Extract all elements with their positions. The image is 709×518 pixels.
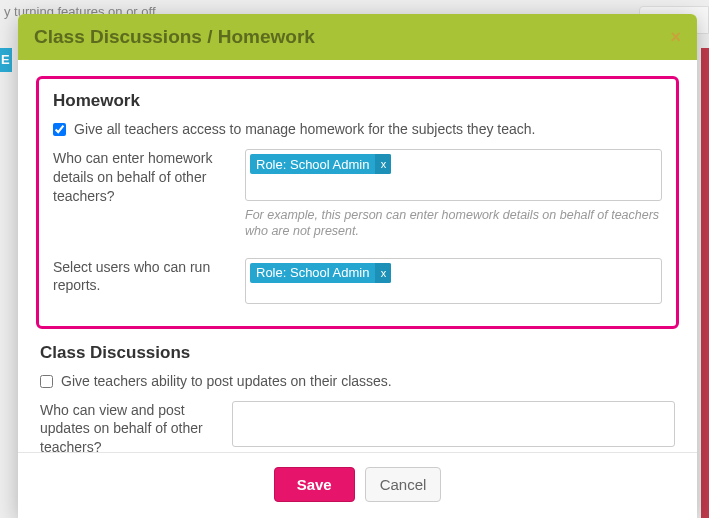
- modal-title: Class Discussions / Homework: [34, 26, 315, 48]
- homework-section-highlight: Homework Give all teachers access to man…: [36, 76, 679, 329]
- discussions-title: Class Discussions: [40, 343, 675, 363]
- homework-enterer-tag: Role: School Admin x: [250, 154, 391, 174]
- save-button[interactable]: Save: [274, 467, 355, 502]
- tag-remove-icon[interactable]: x: [375, 154, 391, 174]
- modal-header: Class Discussions / Homework ×: [18, 14, 697, 60]
- homework-title: Homework: [53, 91, 662, 111]
- homework-reports-label: Select users who can run reports.: [53, 258, 229, 304]
- homework-enterer-row: Who can enter homework details on behalf…: [53, 149, 662, 252]
- discussions-viewpost-input[interactable]: [232, 401, 675, 447]
- homework-enterer-input[interactable]: Role: School Admin x: [245, 149, 662, 201]
- close-icon[interactable]: ×: [670, 27, 681, 48]
- modal-body: Homework Give all teachers access to man…: [18, 60, 697, 452]
- discussions-post-checkbox[interactable]: [40, 375, 53, 388]
- background-red-bar: [701, 48, 709, 518]
- tag-label: Role: School Admin: [256, 157, 369, 172]
- discussions-viewpost-label: Who can view and post updates on behalf …: [40, 401, 216, 453]
- homework-enterer-helper: For example, this person can enter homew…: [245, 207, 662, 240]
- homework-access-checkbox-row[interactable]: Give all teachers access to manage homew…: [53, 121, 662, 137]
- homework-enterer-label: Who can enter homework details on behalf…: [53, 149, 229, 252]
- tag-remove-icon[interactable]: x: [375, 263, 391, 283]
- homework-access-label: Give all teachers access to manage homew…: [74, 121, 535, 137]
- discussions-viewpost-row: Who can view and post updates on behalf …: [40, 401, 675, 453]
- homework-reports-input[interactable]: Role: School Admin x: [245, 258, 662, 304]
- homework-reports-tag: Role: School Admin x: [250, 263, 391, 283]
- discussions-post-checkbox-row[interactable]: Give teachers ability to post updates on…: [40, 373, 675, 389]
- tag-label: Role: School Admin: [256, 265, 369, 280]
- homework-reports-row: Select users who can run reports. Role: …: [53, 258, 662, 304]
- cancel-button[interactable]: Cancel: [365, 467, 442, 502]
- homework-access-checkbox[interactable]: [53, 123, 66, 136]
- discussions-post-label: Give teachers ability to post updates on…: [61, 373, 392, 389]
- modal: Class Discussions / Homework × Homework …: [18, 14, 697, 518]
- discussions-section: Class Discussions Give teachers ability …: [36, 343, 679, 453]
- background-left-badge: E: [0, 48, 12, 72]
- modal-footer: Save Cancel: [18, 452, 697, 518]
